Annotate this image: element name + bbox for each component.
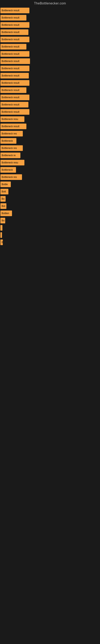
bottleneck-result-bar: Bottleneck resu (0, 116, 24, 122)
bottleneck-result-bar: Bot (0, 203, 6, 209)
bottleneck-result-bar: Bottleneck result (0, 44, 26, 50)
bar-row: Bottleneck result (0, 14, 100, 21)
bar-row (0, 224, 100, 232)
bar-row: Bottleneck result (0, 58, 100, 65)
bar-row: Bo (0, 195, 100, 202)
bar-row (0, 253, 100, 260)
bar-row: Bottleneck resu (0, 116, 100, 123)
bottleneck-result-bar: Bottleneck result (0, 30, 28, 35)
bar-row: Bottleneck result (0, 72, 100, 79)
bar-row: Bottleneck (0, 166, 100, 174)
bottleneck-result-bar: Bottleneck re (0, 152, 20, 158)
bottleneck-result-bar: B (0, 240, 3, 245)
bar-row: Bottleneck result (0, 7, 100, 14)
bottleneck-result-bar: Bottleneck result (0, 109, 29, 115)
bar-row: Bo (0, 217, 100, 224)
bar-row: Bot (0, 202, 100, 210)
bar-row: Bottleneck result (0, 94, 100, 101)
bottleneck-result-bar: Bott (0, 189, 8, 194)
bar-row: Bottleneck result (0, 108, 100, 116)
bar-row: Bottleneck result (0, 101, 100, 108)
bottleneck-result-bar: Bottlen (0, 210, 12, 216)
bar-row: Bottleneck res (0, 130, 100, 137)
bottleneck-result-bar: Bottleneck result (0, 73, 29, 78)
bottleneck-result-bar: Bo (0, 218, 5, 224)
bar-row (0, 275, 100, 282)
bars-container: Bottleneck resultBottleneck resultBottle… (0, 6, 100, 298)
bar-row: Bottleneck result (0, 21, 100, 28)
bar-row (0, 290, 100, 297)
bottleneck-result-bar: Bottleneck result (0, 87, 26, 93)
bar-row: Bottleneck result (0, 65, 100, 72)
bar-row: Bottleneck result (0, 50, 100, 58)
bar-row: Bottleneck re (0, 152, 100, 159)
bottleneck-result-bar: Bottleneck result (0, 37, 29, 42)
bottleneck-result-bar: Bottleneck result (0, 15, 26, 20)
bottleneck-result-bar: Bottleneck result (0, 94, 29, 100)
bottleneck-result-bar (0, 232, 2, 238)
bar-row: Bott (0, 188, 100, 195)
bar-row (0, 260, 100, 268)
bar-row: Bottleneck result (0, 123, 100, 130)
bar-row: Bottleneck res (0, 144, 100, 152)
bar-row: Bottleneck result (0, 28, 100, 36)
bar-row: Bottleneck result (0, 43, 100, 50)
bottleneck-result-bar: Bottleneck result (0, 80, 29, 86)
bottleneck-result-bar: Bottleneck res (0, 145, 23, 151)
bottleneck-result-bar: Bottleneck result (0, 22, 29, 28)
bar-row (0, 232, 100, 239)
bottleneck-result-bar: Bottleneck res (0, 131, 23, 136)
bar-row: Bottle (0, 181, 100, 188)
site-title: TheBottlenecker.com (0, 0, 100, 6)
bottleneck-result-bar: Bottleneck result (0, 58, 30, 64)
bottleneck-result-bar: Bottleneck result (0, 66, 29, 71)
bar-row: Bottleneck result (0, 86, 100, 94)
bar-row (0, 268, 100, 275)
bar-row: Bottleneck result (0, 36, 100, 43)
bottleneck-result-bar: Bottleneck result (0, 124, 26, 129)
bottleneck-result-bar: Bottle (0, 182, 11, 187)
bottleneck-result-bar: Bottleneck result (0, 51, 29, 57)
bar-row: Bottlen (0, 210, 100, 217)
bar-row: Bottleneck res (0, 174, 100, 181)
bottleneck-result-bar: Bottleneck (0, 167, 16, 173)
bar-row: Bottleneck result (0, 79, 100, 86)
bottleneck-result-bar: Bo (0, 196, 6, 202)
bottleneck-result-bar: Bottleneck result (0, 8, 29, 13)
bar-row: Bottleneck resu (0, 159, 100, 166)
bar-row: B (0, 239, 100, 246)
bar-row (0, 246, 100, 253)
bottleneck-result-bar: Bottleneck result (0, 102, 28, 108)
bottleneck-result-bar: Bottleneck resu (0, 160, 24, 166)
bottleneck-result-bar (0, 225, 2, 231)
bar-row (0, 282, 100, 290)
bottleneck-result-bar: Bottleneck res (0, 174, 22, 180)
bottleneck-result-bar: Bottleneck (0, 138, 16, 144)
bar-row: Bottleneck (0, 137, 100, 144)
